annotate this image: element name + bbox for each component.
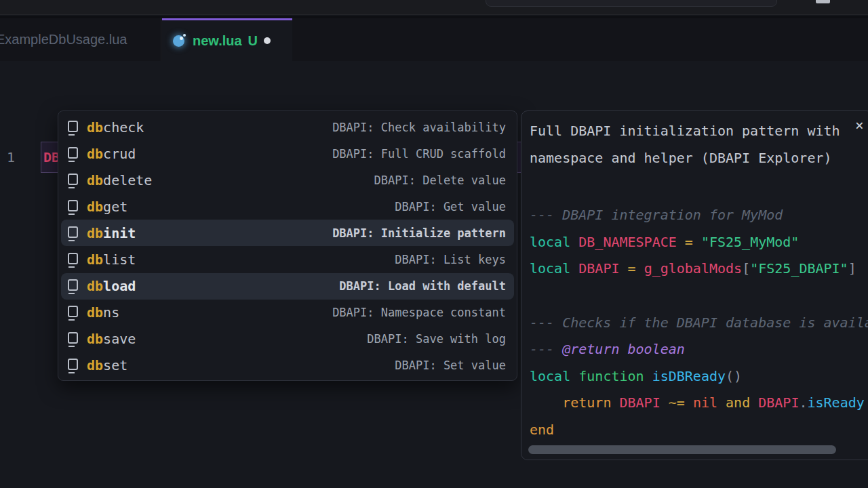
git-status-badge: U <box>248 33 258 49</box>
completion-item-dbget[interactable]: dbgetDBAPI: Get value <box>61 193 514 220</box>
completion-docs-panel: × Full DBAPI initialization pattern with… <box>521 110 868 460</box>
completion-detail: DBAPI: Check availability <box>332 121 506 134</box>
completion-label: dbns <box>87 304 119 321</box>
doc-blank-line <box>530 171 868 202</box>
doc-scrollbar-horizontal[interactable] <box>528 445 836 454</box>
completion-label: dbsave <box>87 331 136 347</box>
completion-detail: DBAPI: Set value <box>395 359 506 372</box>
snippet-icon <box>68 306 78 317</box>
completion-item-dbload[interactable]: dbloadDBAPI: Load with default <box>61 273 514 300</box>
completion-popup: dbcheckDBAPI: Check availabilitydbcrudDB… <box>58 110 517 381</box>
completion-detail: DBAPI: List keys <box>395 253 506 266</box>
tab-label: ExampleDbUsage.lua <box>0 32 127 47</box>
completion-label: dbload <box>87 278 136 294</box>
completion-detail: DBAPI: Full CRUD scaffold <box>332 147 506 161</box>
completion-item-dbcheck[interactable]: dbcheckDBAPI: Check availability <box>61 114 514 140</box>
doc-line: --- @return boolean <box>530 336 868 363</box>
line-number: 1 <box>7 142 15 173</box>
command-center-searchbox[interactable] <box>486 0 777 7</box>
tab-exampledbusage-lua[interactable]: ExampleDbUsage.lua <box>0 18 161 61</box>
snippet-icon <box>68 174 78 185</box>
snippet-icon <box>68 200 78 211</box>
completion-item-dbns[interactable]: dbnsDBAPI: Namespace constant <box>61 300 514 326</box>
completion-item-dbcrud[interactable]: dbcrudDBAPI: Full CRUD scaffold <box>61 140 514 167</box>
minimize-button[interactable] <box>816 0 830 3</box>
completion-detail: DBAPI: Save with log <box>367 332 506 346</box>
snippet-icon <box>68 279 78 291</box>
doc-line: --- Checks if the DBAPI database is avai… <box>530 310 868 337</box>
completion-label: dbinit <box>87 225 136 241</box>
completion-detail: DBAPI: Get value <box>395 200 506 214</box>
completion-item-dblist[interactable]: dblistDBAPI: List keys <box>61 246 514 272</box>
doc-blank-line <box>530 283 868 310</box>
completion-label: dbcrud <box>87 146 136 162</box>
completion-item-dbinit[interactable]: dbinitDBAPI: Initialize pattern <box>61 220 514 246</box>
doc-line: return DBAPI ~= nil and DBAPI.isReady <box>530 390 868 417</box>
title-bar <box>0 0 868 15</box>
tab-label: new.lua <box>193 33 242 49</box>
snippet-icon <box>68 253 78 264</box>
snippet-icon <box>68 121 78 132</box>
lua-file-icon <box>173 34 186 47</box>
snippet-icon <box>68 332 78 344</box>
snippet-icon <box>68 359 78 370</box>
doc-line: --- DBAPI integration for MyMod <box>530 202 868 229</box>
tab-bar: ExampleDbUsage.lua new.lua U <box>0 18 868 61</box>
completion-list: dbcheckDBAPI: Check availabilitydbcrudDB… <box>58 114 517 379</box>
completion-item-dbsave[interactable]: dbsaveDBAPI: Save with log <box>61 326 514 352</box>
completion-label: dblist <box>87 251 136 268</box>
doc-line: local DB_NAMESPACE = "FS25_MyMod" <box>530 229 868 256</box>
tab-new-lua[interactable]: new.lua U <box>162 18 292 61</box>
completion-detail: DBAPI: Initialize pattern <box>332 226 506 240</box>
completion-detail: DBAPI: Delete value <box>374 174 506 187</box>
completion-label: dbset <box>87 357 127 373</box>
close-icon[interactable]: × <box>855 118 864 133</box>
snippet-icon <box>68 147 78 159</box>
completion-detail: DBAPI: Load with default <box>339 279 506 293</box>
completion-label: dbget <box>87 199 127 215</box>
completion-detail: DBAPI: Namespace constant <box>332 306 506 319</box>
doc-line: namespace and helper (DBAPI Explorer) <box>530 145 868 172</box>
doc-line: Full DBAPI initialization pattern with <box>530 118 868 145</box>
doc-line: end <box>530 417 868 444</box>
completion-item-dbdelete[interactable]: dbdeleteDBAPI: Delete value <box>61 167 514 193</box>
snippet-icon <box>68 226 78 238</box>
completion-item-dbset[interactable]: dbsetDBAPI: Set value <box>61 352 514 379</box>
completion-label: dbcheck <box>87 119 144 136</box>
completion-label: dbdelete <box>87 172 152 188</box>
unsaved-dot-icon[interactable] <box>264 37 271 44</box>
doc-line: local DBAPI = g_globalMods["FS25_DBAPI"] <box>530 256 868 283</box>
doc-line: local function isDBReady() <box>530 363 868 390</box>
doc-content: Full DBAPI initialization pattern withna… <box>530 118 868 443</box>
